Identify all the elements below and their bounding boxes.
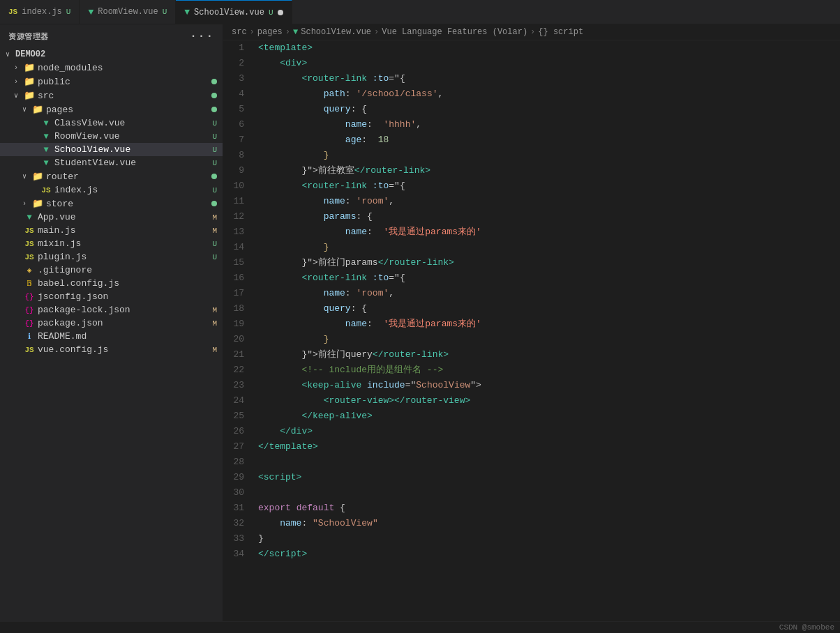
code-line: 18 query: { bbox=[223, 301, 840, 316]
editor-area: src › pages › ▼ SchoolView.vue › Vue Lan… bbox=[223, 24, 840, 621]
more-options-button[interactable]: ··· bbox=[190, 30, 214, 43]
sidebar-item-studentview[interactable]: › ▼ StudentView.vue U bbox=[0, 156, 223, 169]
code-line: 28 bbox=[223, 455, 840, 470]
sidebar-title: 资源管理器 bbox=[8, 31, 49, 42]
sidebar-item-babel-config[interactable]: › 𝔹 babel.config.js bbox=[0, 277, 223, 290]
tab-label: RoomView.vue bbox=[98, 7, 158, 17]
bc-script: {} script bbox=[538, 27, 583, 37]
code-line: 33 } bbox=[223, 531, 840, 547]
badge-m: M bbox=[212, 227, 223, 235]
item-label: ClassView.vue bbox=[54, 118, 125, 128]
item-label: index.js bbox=[54, 185, 98, 195]
folder-icon: 📁 bbox=[32, 198, 43, 209]
code-line: 4 path: '/school/class', bbox=[223, 86, 840, 102]
badge-u: U bbox=[212, 253, 223, 261]
sidebar-item-readme[interactable]: › ℹ README.md bbox=[0, 330, 223, 343]
expand-icon: › bbox=[14, 78, 21, 86]
sidebar-item-router-index[interactable]: › JS index.js U bbox=[0, 183, 223, 197]
sidebar-item-jsconfig[interactable]: › {} jsconfig.json bbox=[0, 290, 223, 303]
item-label: mixin.js bbox=[38, 238, 81, 249]
code-line: 15 }">前往门params</router-link> bbox=[223, 255, 840, 270]
code-line: 7 age: 18 bbox=[223, 132, 840, 148]
sidebar-item-gitignore[interactable]: › ◈ .gitignore bbox=[0, 264, 223, 277]
code-editor[interactable]: 1 <template> 2 <div> 3 <router-link :to=… bbox=[223, 40, 840, 621]
code-line: 3 <router-link :to="{ bbox=[223, 71, 840, 86]
sidebar-item-pages[interactable]: ∨ 📁 pages bbox=[0, 102, 223, 116]
footer: CSDN @smobee bbox=[0, 621, 840, 633]
sidebar-item-plugin-js[interactable]: › JS plugin.js U bbox=[0, 250, 223, 264]
tab-index-js[interactable]: JS index.js U bbox=[0, 0, 80, 24]
sep: › bbox=[285, 27, 290, 37]
tab-schoolview-vue[interactable]: ▼ SchoolView.vue U bbox=[176, 0, 292, 24]
sidebar-item-roomview[interactable]: › ▼ RoomView.vue U bbox=[0, 130, 223, 143]
code-line: 31 export default { bbox=[223, 501, 840, 516]
info-file-icon: ℹ bbox=[24, 332, 35, 341]
js-file-icon: JS bbox=[24, 253, 35, 261]
sep: › bbox=[374, 27, 379, 37]
tab-roomview-vue[interactable]: ▼ RoomView.vue U bbox=[80, 0, 176, 24]
badge-m: M bbox=[212, 319, 223, 328]
footer-credit: CSDN @smobee bbox=[779, 623, 834, 632]
sidebar-item-src[interactable]: ∨ 📁 src bbox=[0, 89, 223, 102]
code-line: 21 }">前往门query</router-link> bbox=[223, 347, 840, 363]
code-content: 1 <template> 2 <div> 3 <router-link :to=… bbox=[223, 40, 840, 562]
tab-label: SchoolView.vue bbox=[194, 8, 264, 17]
tree-root[interactable]: ∨ DEMO02 bbox=[0, 48, 223, 61]
item-label: public bbox=[38, 77, 70, 87]
code-line: 22 <!-- include用的是组件名 --> bbox=[223, 363, 840, 378]
sidebar-item-mixin-js[interactable]: › JS mixin.js U bbox=[0, 237, 223, 250]
folder-icon: 📁 bbox=[24, 62, 35, 73]
item-label: router bbox=[46, 171, 79, 182]
code-line: 10 <router-link :to="{ bbox=[223, 178, 840, 194]
sidebar-item-public[interactable]: › 📁 public bbox=[0, 75, 223, 89]
code-line: 29 <script> bbox=[223, 470, 840, 485]
item-label: main.js bbox=[38, 225, 76, 236]
sidebar-item-app-vue[interactable]: › ▼ App.vue M bbox=[0, 211, 223, 224]
tab-badge: U bbox=[163, 8, 167, 16]
js-file-icon: JS bbox=[24, 240, 35, 248]
sidebar-item-store[interactable]: › 📁 store bbox=[0, 197, 223, 211]
item-label: jsconfig.json bbox=[38, 291, 108, 302]
folder-icon: 📁 bbox=[32, 104, 43, 115]
badge-m: M bbox=[212, 213, 223, 222]
item-label: node_modules bbox=[38, 63, 103, 73]
code-line: 9 }">前往教室</router-link> bbox=[223, 163, 840, 178]
code-line: 8 } bbox=[223, 148, 840, 163]
sidebar-header: 资源管理器 ··· bbox=[0, 24, 223, 48]
item-label: .gitignore bbox=[38, 265, 92, 275]
item-label: package.json bbox=[38, 318, 103, 328]
item-label: babel.config.js bbox=[38, 278, 119, 289]
code-line: 32 name: "SchoolView" bbox=[223, 516, 840, 531]
badge-u: U bbox=[212, 240, 223, 248]
sidebar-item-package-json[interactable]: › {} package.json M bbox=[0, 316, 223, 330]
code-line: 5 query: { bbox=[223, 102, 840, 117]
item-label: src bbox=[38, 91, 54, 101]
sidebar-item-node-modules[interactable]: › 📁 node_modules bbox=[0, 61, 223, 75]
vue-file-icon: ▼ bbox=[40, 145, 52, 155]
vue-file-icon: ▼ bbox=[40, 132, 52, 142]
expand-icon: ∨ bbox=[22, 172, 29, 181]
code-line: 6 name: 'hhhh', bbox=[223, 117, 840, 132]
unsaved-dot bbox=[278, 10, 283, 15]
modified-dot bbox=[211, 107, 217, 112]
item-label: package-lock.json bbox=[38, 305, 130, 315]
item-label: pages bbox=[46, 105, 73, 115]
sidebar-item-router[interactable]: ∨ 📁 router bbox=[0, 169, 223, 183]
vue-file-icon: ▼ bbox=[24, 213, 35, 222]
sidebar-item-schoolview[interactable]: › ▼ SchoolView.vue U bbox=[0, 143, 223, 156]
item-label: StudentView.vue bbox=[54, 158, 136, 168]
code-line: 34 </script> bbox=[223, 547, 840, 562]
bc-volar: Vue Language Features (Volar) bbox=[382, 27, 527, 37]
js-file-icon: JS bbox=[24, 346, 35, 354]
item-label: plugin.js bbox=[38, 252, 87, 262]
modified-dot bbox=[211, 201, 217, 206]
sidebar-item-classview[interactable]: › ▼ ClassView.vue U bbox=[0, 116, 223, 130]
item-label: vue.config.js bbox=[38, 344, 108, 355]
sidebar-item-main-js[interactable]: › JS main.js M bbox=[0, 224, 223, 237]
sidebar-item-package-lock[interactable]: › {} package-lock.json M bbox=[0, 303, 223, 316]
code-line: 2 <div> bbox=[223, 56, 840, 71]
code-line: 13 name: '我是通过params来的' bbox=[223, 224, 840, 240]
item-label: SchoolView.vue bbox=[54, 144, 130, 155]
sidebar-item-vue-config[interactable]: › JS vue.config.js M bbox=[0, 343, 223, 356]
code-line: 11 name: 'room', bbox=[223, 194, 840, 209]
